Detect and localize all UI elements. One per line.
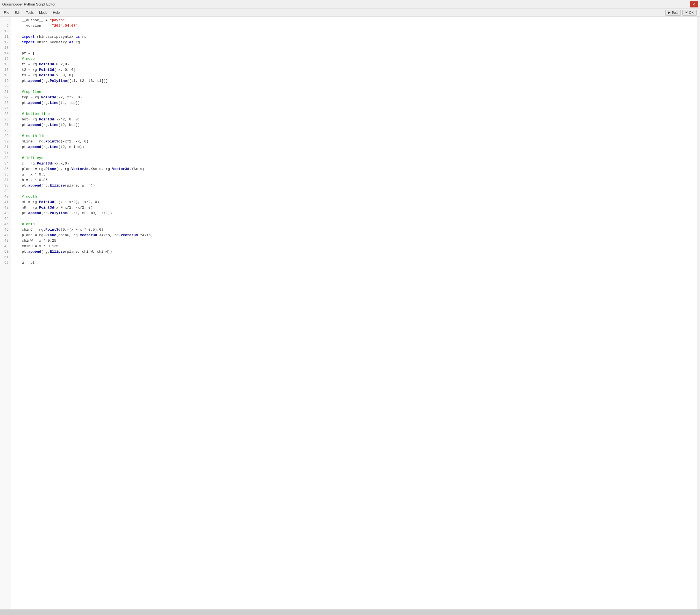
line-number: 49 [1, 244, 9, 249]
code-line: # nose [13, 56, 695, 62]
line-number: 41 [1, 199, 9, 205]
code-line [13, 150, 695, 156]
line-number: 30 [1, 139, 9, 144]
line-number: 26 [1, 117, 9, 122]
test-button[interactable]: ▶ Test [665, 10, 681, 16]
line-number: 34 [1, 161, 9, 167]
play-icon: ▶ [668, 11, 671, 14]
code-line: top = rg.Point3d(-x, x*2, 0) [13, 95, 695, 100]
line-number: 47 [1, 233, 9, 238]
ok-button[interactable]: ✉ OK [683, 10, 697, 16]
code-line [13, 128, 695, 133]
code-line: plane = rg.Plane(chinC, rg.Vector3d.XAxi… [13, 233, 695, 238]
line-number: 13 [1, 45, 9, 51]
code-line: a = pt [13, 260, 695, 266]
code-line: t3 = rg.Point3d(x, 0, 0) [13, 73, 695, 78]
code-line: import rhinoscriptsyntax as rs [13, 34, 695, 40]
line-number: 45 [1, 222, 9, 227]
code-line: mR = rg.Point3d(x + x/2, -x/2, 0) [13, 205, 695, 210]
code-line: bot= rg.Point3d(-x*2, 0, 0) [13, 117, 695, 122]
code-line: # bottom line [13, 111, 695, 117]
code-line: pt.append(rg.Line(t2, mLine)) [13, 144, 695, 150]
menu-item-mode[interactable]: Mode [36, 10, 50, 16]
menu-item-tools[interactable]: Tools [23, 10, 36, 16]
code-line: #top line [13, 89, 695, 95]
check-icon: ✉ [685, 11, 688, 14]
menu-items: FileEditToolsModeHelp [1, 10, 63, 16]
code-line: # mouth [13, 194, 695, 199]
code-line: # left eye [13, 156, 695, 161]
code-line: plane = rg.Plane(c, rg.Vector3d.XAxis, r… [13, 167, 695, 172]
code-line: pt.append(rg.Line(t1, top)) [13, 100, 695, 106]
line-number: 16 [1, 62, 9, 67]
line-number: 8 [1, 17, 9, 23]
line-number: 19 [1, 78, 9, 84]
line-number: 22 [1, 95, 9, 100]
scrollbar[interactable] [697, 16, 700, 610]
line-number: 51 [1, 255, 9, 260]
code-line: pt.append(rg.Polyline([t1, t2, t3, t1])) [13, 78, 695, 84]
editor-container: 8910111213141516171819202122232425262728… [0, 16, 700, 610]
code-line: chinC = rg.Point3d(0,-(x + x * 0.5),0) [13, 227, 695, 233]
line-number: 46 [1, 227, 9, 233]
code-line [13, 188, 695, 194]
line-number: 33 [1, 156, 9, 161]
line-number: 14 [1, 51, 9, 56]
line-number: 48 [1, 238, 9, 244]
line-number: 29 [1, 133, 9, 139]
menu-bar: FileEditToolsModeHelp ▶ Test ✉ OK [0, 9, 700, 16]
code-line [13, 45, 695, 51]
line-number: 39 [1, 188, 9, 194]
line-number: 50 [1, 249, 9, 255]
line-number: 25 [1, 111, 9, 117]
code-line [13, 84, 695, 89]
code-line: t2 = rg.Point3d(-x, 0, 0) [13, 67, 695, 73]
code-line: pt.append(rg.Line(t2, bot)) [13, 122, 695, 128]
line-number: 15 [1, 56, 9, 62]
code-line: mLine = rg.Point3d(-x*2, -x, 0) [13, 139, 695, 144]
line-number: 35 [1, 167, 9, 172]
line-number: 9 [1, 23, 9, 29]
window-title: Grasshopper Python Script Editor [2, 2, 55, 6]
line-number: 52 [1, 260, 9, 266]
line-number: 11 [1, 34, 9, 40]
code-line: pt.append(rg.Ellipse(plane, w, h)) [13, 183, 695, 188]
code-line: pt = [] [13, 51, 695, 56]
code-line [13, 106, 695, 111]
menu-item-file[interactable]: File [1, 10, 12, 16]
menu-item-edit[interactable]: Edit [12, 10, 23, 16]
line-number: 40 [1, 194, 9, 199]
code-line: w = x * 0.5 [13, 172, 695, 177]
code-line: __version__ = "2024.04.07" [13, 23, 695, 29]
line-number: 42 [1, 205, 9, 210]
line-number: 20 [1, 84, 9, 89]
toolbar-right: ▶ Test ✉ OK [665, 10, 699, 16]
line-number: 38 [1, 183, 9, 188]
line-number: 27 [1, 122, 9, 128]
line-number: 12 [1, 40, 9, 45]
line-number: 18 [1, 73, 9, 78]
code-line: __author__ = "payto" [13, 17, 695, 23]
code-line [13, 255, 695, 260]
line-number: 32 [1, 150, 9, 156]
close-button[interactable]: ✕ [690, 1, 698, 8]
menu-item-help[interactable]: Help [50, 10, 63, 16]
code-line: pt.append(rg.Polyline([-t1, mL, mR, -t1]… [13, 210, 695, 216]
line-number: 36 [1, 172, 9, 177]
code-line [13, 29, 695, 34]
code-line: chinW = x * 0.25 [13, 238, 695, 244]
line-numbers: 8910111213141516171819202122232425262728… [0, 16, 11, 610]
line-number: 17 [1, 67, 9, 73]
title-bar: Grasshopper Python Script Editor ✕ [0, 0, 700, 9]
code-area[interactable]: __author__ = "payto" __version__ = "2024… [11, 16, 697, 610]
code-line: t1 = rg.Point3d(0,x,0) [13, 62, 695, 67]
line-number: 28 [1, 128, 9, 133]
line-number: 31 [1, 144, 9, 150]
code-line: import Rhino.Geometry as rg [13, 40, 695, 45]
line-number: 21 [1, 89, 9, 95]
line-number: 44 [1, 216, 9, 222]
code-line [13, 216, 695, 222]
code-line: c = rg.Point3d(-x,x,0) [13, 161, 695, 167]
line-number: 10 [1, 29, 9, 34]
line-number: 24 [1, 106, 9, 111]
